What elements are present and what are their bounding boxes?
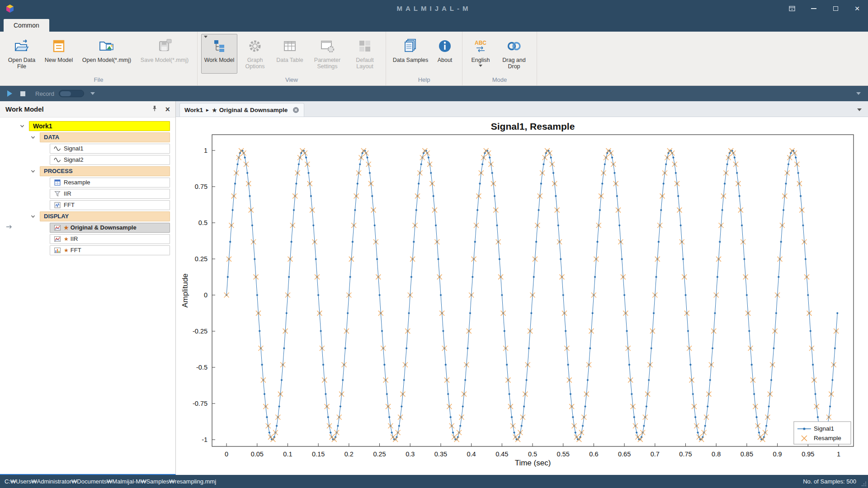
ribbon-button-label: Data Samples: [391, 57, 430, 63]
svg-text:0.5: 0.5: [528, 450, 537, 458]
ribbon-group-view: Work Model Graph Options: [198, 32, 386, 85]
tree-row-resample[interactable]: Resample: [0, 177, 175, 188]
work-model-tree: Work1 DATA Signal1: [0, 117, 175, 474]
tab-common[interactable]: Common: [4, 19, 49, 32]
line-chart-icon: [54, 235, 61, 243]
status-bar: C:₩Users₩Administrator₩Documents₩Malmija…: [0, 475, 868, 488]
save-model-button[interactable]: Save Model(*.mmj): [136, 34, 193, 74]
svg-text:0.75: 0.75: [679, 450, 692, 458]
data-table-button[interactable]: Data Table: [273, 34, 307, 74]
fft-icon: [54, 202, 61, 209]
main-area: Work Model ×: [0, 101, 868, 475]
stop-icon[interactable]: [20, 91, 25, 96]
tab-title: Original & Downsample: [219, 107, 288, 113]
data-samples-button[interactable]: Data Samples: [390, 34, 431, 74]
ribbon-button-label: Graph Options: [239, 57, 271, 70]
pin-icon[interactable]: [151, 105, 158, 113]
chevron-down-icon: [204, 36, 208, 38]
panel-close-icon[interactable]: ×: [165, 105, 170, 113]
layout-grid-icon: [357, 37, 373, 55]
chevron-down-icon[interactable]: [20, 124, 24, 128]
parameter-settings-button[interactable]: Parameter Settings: [307, 34, 348, 74]
about-button[interactable]: About: [431, 34, 458, 74]
tree-row-data[interactable]: DATA: [0, 131, 175, 143]
ribbon-button-label: Open Data File: [5, 57, 38, 70]
tree-row-display[interactable]: DISPLAY: [0, 211, 175, 222]
tree-label: Signal1: [64, 145, 83, 152]
ribbon-button-label: About: [433, 57, 457, 63]
ribbon-layout-icon[interactable]: [781, 0, 803, 17]
svg-text:0: 0: [204, 291, 208, 299]
open-model-button[interactable]: Open Model(*.mmj): [78, 34, 136, 74]
tree-label: IIR: [64, 190, 71, 197]
tree-row-original-downsample[interactable]: ★ Original & Downsample: [0, 222, 175, 233]
title-bar: MALMIJAL-M ×: [0, 0, 868, 17]
sine-icon: [54, 145, 61, 152]
svg-text:-0.25: -0.25: [193, 328, 208, 335]
chevron-down-icon: [479, 65, 482, 67]
svg-text:-0.5: -0.5: [196, 364, 208, 371]
tree-label: FFT: [71, 247, 81, 253]
star-icon: ★: [64, 247, 69, 253]
record-toggle[interactable]: [59, 90, 84, 97]
svg-text:0.8: 0.8: [712, 450, 721, 458]
svg-text:0: 0: [225, 450, 228, 458]
gear-icon: [247, 37, 263, 55]
toolbar-dropdown-icon[interactable]: [856, 92, 861, 95]
work-model-icon: [211, 37, 227, 55]
play-icon[interactable]: [7, 90, 12, 97]
resize-grip-icon[interactable]: [861, 481, 867, 487]
star-icon: ★: [64, 236, 69, 242]
document-area: Work1 ► ★ Original & Downsample Signal1,…: [176, 101, 868, 475]
language-button[interactable]: ABC English: [466, 34, 495, 74]
abc-language-icon: ABC: [472, 37, 489, 55]
graph-options-button[interactable]: Graph Options: [237, 34, 273, 74]
tree-label: Resample: [64, 179, 90, 186]
ribbon-group-label: File: [4, 75, 193, 85]
work-model-button[interactable]: Work Model: [201, 34, 237, 74]
work-model-panel: Work Model ×: [0, 101, 176, 475]
tree-row-signal2[interactable]: Signal2: [0, 154, 175, 165]
svg-text:Resample: Resample: [814, 435, 841, 441]
tree-label: Work1: [33, 122, 52, 130]
svg-text:0.55: 0.55: [557, 450, 570, 458]
chevron-down-icon[interactable]: [31, 136, 35, 139]
ribbon-button-label: Data Table: [274, 57, 306, 63]
ribbon-button-label: English: [467, 57, 494, 63]
tree-row-process[interactable]: PROCESS: [0, 165, 175, 177]
ribbon-group-label: View: [201, 75, 382, 85]
filter-icon: [54, 190, 61, 197]
maximize-icon[interactable]: [825, 0, 846, 17]
file-path: C:₩Users₩Administrator₩Documents₩Malmija…: [5, 478, 803, 485]
new-model-button[interactable]: New Model: [40, 34, 78, 74]
tab-list-dropdown-icon[interactable]: [857, 108, 862, 111]
tree-row-fft[interactable]: FFT: [0, 199, 175, 211]
minimize-icon[interactable]: [803, 0, 825, 17]
close-icon[interactable]: ×: [846, 0, 868, 17]
chevron-down-icon[interactable]: [31, 215, 35, 218]
svg-text:0.9: 0.9: [773, 450, 782, 458]
svg-text:-1: -1: [202, 436, 208, 443]
open-data-file-button[interactable]: Open Data File: [4, 34, 40, 74]
tree-row-work1[interactable]: Work1: [0, 120, 175, 131]
tree-row-display-iir[interactable]: ★ IIR: [0, 233, 175, 244]
tree-row-signal1[interactable]: Signal1: [0, 143, 175, 154]
tab-original-downsample[interactable]: Work1 ► ★ Original & Downsample: [179, 103, 304, 117]
svg-text:0.2: 0.2: [344, 450, 354, 458]
svg-text:Signal1: Signal1: [814, 425, 834, 432]
record-toolbar: Record: [0, 86, 868, 101]
tree-label: Signal2: [64, 156, 83, 163]
chevron-down-icon[interactable]: [31, 169, 35, 173]
svg-text:0.1: 0.1: [283, 450, 292, 458]
tree-row-display-fft[interactable]: ★ FFT: [0, 244, 175, 256]
save-model-icon: [156, 37, 173, 55]
tree-row-iir[interactable]: IIR: [0, 188, 175, 199]
tab-close-icon[interactable]: [292, 107, 299, 113]
star-icon: ★: [64, 225, 69, 231]
default-layout-button[interactable]: Default Layout: [348, 34, 382, 74]
chart-panel: Signal1, Resample00.050.10.150.20.250.30…: [176, 117, 868, 475]
svg-text:Signal1, Resample: Signal1, Resample: [491, 121, 575, 131]
drag-and-drop-button[interactable]: Drag and Drop: [495, 34, 533, 74]
record-dropdown-icon[interactable]: [90, 92, 95, 95]
ribbon-group-mode: ABC English Drag and Drop Mode: [462, 32, 537, 85]
